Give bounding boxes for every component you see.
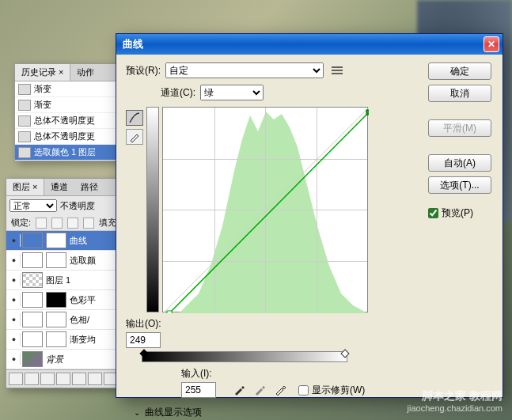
input-gradient[interactable]	[142, 351, 347, 362]
watermark-url: jiaocheng.chazidian.com	[408, 403, 503, 414]
fill-label: 填充	[99, 217, 116, 229]
cancel-button[interactable]: 取消	[428, 85, 491, 102]
layer-thumb	[22, 351, 43, 367]
layer-thumb	[22, 233, 43, 248]
ok-button[interactable]: 确定	[428, 62, 491, 80]
curve-line	[163, 108, 369, 313]
history-panel: 历史记录 × 动作 渐变 渐变 总体不透明度更 总体不透明度更 选取颜色 1 图…	[14, 63, 123, 161]
input-input[interactable]	[181, 382, 216, 398]
adjustment-layer-icon[interactable]	[56, 373, 70, 385]
visibility-icon[interactable]	[8, 293, 21, 306]
watermark: 脚本之家 教程网 jiaocheng.chazidian.com	[408, 388, 503, 414]
gradient-icon	[18, 84, 31, 95]
preview-label: 预览(P)	[442, 206, 473, 220]
curve-area	[126, 107, 420, 312]
dialog-left: 预设(R): 自定 通道(C): 绿	[126, 62, 420, 419]
show-clipping-label: 显示修剪(W)	[312, 384, 365, 397]
visibility-icon[interactable]	[8, 313, 21, 326]
history-item[interactable]: 总体不透明度更	[15, 129, 123, 145]
layer-style-icon[interactable]	[25, 373, 39, 385]
disclosure-label: 曲线显示选项	[145, 406, 202, 419]
show-clipping-input[interactable]	[298, 385, 309, 395]
preview-input[interactable]	[428, 208, 438, 218]
history-item[interactable]: 渐变	[15, 97, 123, 113]
output-row: 输出(O):	[126, 317, 420, 331]
layer-name: 图层 1	[46, 274, 70, 286]
input-label: 输入(I):	[181, 367, 212, 380]
channel-label: 通道(C):	[161, 86, 195, 100]
lock-position-icon[interactable]	[67, 218, 78, 229]
curve-display-options[interactable]: ⌄ 曲线显示选项	[126, 406, 420, 419]
dialog-titlebar[interactable]: 曲线 ✕	[116, 34, 503, 55]
watermark-title: 脚本之家 教程网	[408, 388, 503, 403]
history-list: 渐变 渐变 总体不透明度更 总体不透明度更 选取颜色 1 图层	[15, 81, 123, 161]
output-gradient	[146, 107, 159, 312]
tab-paths[interactable]: 路径	[74, 179, 104, 195]
white-point-slider[interactable]	[340, 349, 349, 358]
tab-actions[interactable]: 动作	[70, 64, 101, 81]
tab-history[interactable]: 历史记录 ×	[15, 64, 70, 81]
blend-mode-select[interactable]: 正常	[9, 199, 57, 212]
layer-name: 曲线	[70, 235, 87, 247]
group-icon[interactable]	[72, 373, 86, 385]
curve-graph[interactable]	[162, 107, 368, 312]
auto-button[interactable]: 自动(A)	[428, 154, 491, 172]
dialog-buttons: 确定 取消 平滑(M) 自动(A) 选项(T)... 预览(P)	[428, 62, 493, 419]
curve-point-tool[interactable]	[126, 110, 143, 126]
history-label: 渐变	[34, 83, 51, 95]
smooth-button: 平滑(M)	[428, 119, 491, 137]
visibility-icon[interactable]	[8, 274, 21, 286]
layer-thumb	[22, 312, 43, 327]
show-clipping-checkbox[interactable]: 显示修剪(W)	[298, 384, 365, 397]
input-row: 输入(I):	[126, 367, 420, 380]
preset-row: 预设(R): 自定	[126, 62, 420, 78]
preset-select[interactable]: 自定	[165, 62, 324, 78]
new-layer-icon[interactable]	[88, 373, 102, 385]
black-point-slider[interactable]	[139, 349, 148, 358]
history-label: 总体不透明度更	[34, 131, 95, 142]
svg-line-0	[163, 108, 369, 313]
preset-label: 预设(R):	[126, 64, 161, 78]
curve-pencil-tool[interactable]	[126, 129, 143, 145]
white-eyedropper-icon[interactable]	[273, 383, 287, 397]
dialog-body: 预设(R): 自定 通道(C): 绿	[116, 55, 503, 420]
svg-line-1	[169, 112, 369, 313]
lock-label: 锁定:	[11, 217, 31, 229]
visibility-icon[interactable]	[8, 333, 21, 346]
history-tabs: 历史记录 × 动作	[15, 64, 123, 81]
output-input[interactable]	[126, 332, 161, 348]
opacity-icon	[18, 115, 31, 127]
channel-select[interactable]: 绿	[200, 85, 264, 100]
link-layers-icon[interactable]	[9, 373, 23, 385]
eyedroppers	[232, 383, 287, 397]
dialog-title: 曲线	[119, 37, 484, 51]
history-item[interactable]: 总体不透明度更	[15, 113, 123, 129]
black-eyedropper-icon[interactable]	[232, 383, 246, 397]
visibility-icon[interactable]	[8, 353, 21, 365]
lock-pixels-icon[interactable]	[51, 218, 63, 229]
history-item-selected[interactable]: 选取颜色 1 图层	[15, 145, 123, 161]
layer-name: 色相/	[70, 314, 89, 326]
preview-checkbox[interactable]: 预览(P)	[428, 206, 493, 220]
lock-all-icon[interactable]	[83, 218, 94, 229]
visibility-icon[interactable]	[8, 234, 21, 247]
layer-name: 背景	[46, 354, 63, 365]
layer-thumb	[22, 272, 43, 288]
layer-mask-icon[interactable]	[40, 373, 55, 385]
mask-thumb	[46, 252, 66, 268]
visibility-icon[interactable]	[8, 254, 21, 267]
disclosure-arrow-icon: ⌄	[134, 408, 140, 417]
close-button[interactable]: ✕	[484, 36, 499, 52]
tab-channels[interactable]: 通道	[44, 179, 74, 195]
options-button[interactable]: 选项(T)...	[428, 176, 491, 194]
mask-thumb	[46, 312, 66, 327]
lock-transparency-icon[interactable]	[36, 218, 47, 229]
tab-layers[interactable]: 图层 ×	[6, 179, 44, 195]
gray-eyedropper-icon[interactable]	[252, 383, 267, 397]
preset-menu-icon[interactable]	[332, 65, 346, 76]
history-item[interactable]: 渐变	[15, 81, 123, 97]
output-label: 输出(O):	[126, 317, 161, 331]
mask-thumb	[46, 331, 66, 347]
opacity-label: 不透明度	[60, 200, 95, 212]
layer-thumb	[22, 292, 43, 308]
